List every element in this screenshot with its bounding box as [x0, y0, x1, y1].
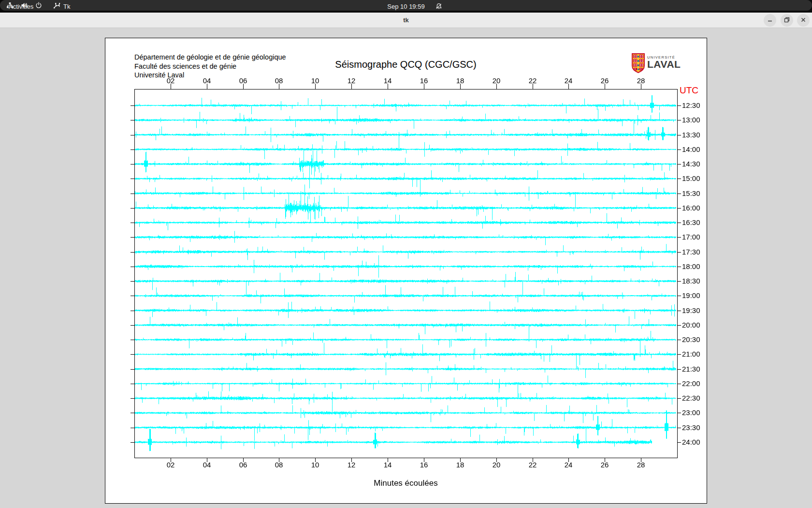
activities-label: Activities: [9, 3, 33, 10]
power-icon: [35, 2, 42, 9]
notifications-disabled-icon: [435, 0, 442, 13]
app-indicator[interactable]: Tk: [53, 0, 70, 13]
clock-button[interactable]: Sep 10 19:59: [387, 0, 424, 13]
minimize-button[interactable]: [764, 14, 776, 27]
clock-label: Sep 10 19:59: [387, 3, 424, 10]
tk-window-content: Département de géologie et de génie géol…: [0, 28, 812, 508]
window-titlebar: tk: [0, 13, 812, 28]
activities-button[interactable]: Activities: [9, 0, 33, 13]
x-axis-title: Minutes écoulées: [134, 478, 677, 488]
tk-logo-icon: [53, 2, 60, 11]
minimize-icon: [767, 16, 773, 25]
seismograph-panel: Département de géologie et de génie géol…: [105, 38, 707, 504]
window-title: tk: [0, 16, 812, 24]
close-icon: [800, 16, 806, 25]
seismogram-canvas: [105, 38, 708, 504]
maximize-icon: [784, 16, 790, 25]
maximize-button[interactable]: [781, 14, 793, 27]
close-button[interactable]: [797, 14, 810, 27]
app-indicator-label: Tk: [63, 3, 70, 10]
top-bar: Activities Tk Sep 10 19:59: [0, 0, 812, 13]
